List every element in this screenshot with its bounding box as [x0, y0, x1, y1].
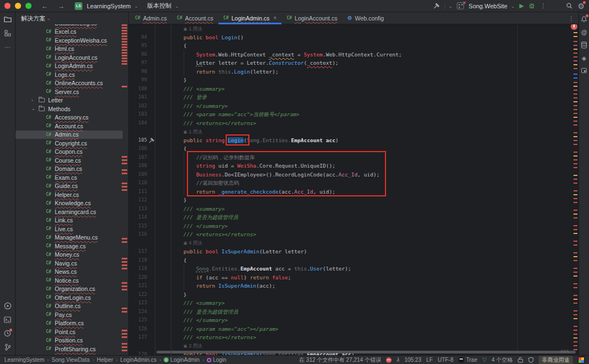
gutter-line-number[interactable]: 98: [129, 67, 155, 76]
gutter-line-number[interactable]: 117: [129, 247, 155, 256]
run-config-selector[interactable]: Song.WebSite: [468, 3, 507, 9]
code-line[interactable]: 94 public bool Login(): [129, 33, 578, 42]
code-line[interactable]: 95 {: [129, 41, 578, 50]
gutter-line-number[interactable]: 111: [129, 188, 155, 196]
gutter-line-number[interactable]: 104: [129, 119, 155, 128]
quickfix-hammer-icon[interactable]: [149, 137, 155, 143]
tree-item-News.cs[interactable]: C#News.cs: [15, 268, 128, 277]
database-icon[interactable]: [581, 41, 587, 49]
tree-item-Outline.cs[interactable]: C#Outline.cs: [15, 302, 128, 311]
code-line[interactable]: 121 return IsSuperAdmin(acc);: [129, 282, 578, 290]
tree-item-Link.cs[interactable]: C#Link.cs: [15, 216, 128, 225]
code-line[interactable]: 122 }: [129, 290, 578, 299]
tree-item-Coupon.cs[interactable]: C#Coupon.cs: [15, 148, 128, 157]
error-summary[interactable]: 在 312 个文件中有 27,214 个错误: [299, 356, 381, 364]
gutter-line-number[interactable]: [129, 239, 155, 248]
tree-item-Methods[interactable]: ⌄Methods: [15, 105, 128, 113]
structure-tool-icon[interactable]: [4, 30, 11, 37]
code-line[interactable]: 109 Business.Do<IEmployee>().RecordLogin…: [129, 170, 578, 179]
gutter-line-number[interactable]: 121: [129, 282, 155, 290]
tree-item-LoginAdmin.cs[interactable]: C#LoginAdmin.cs: [15, 62, 128, 71]
gutter-line-number[interactable]: 109: [129, 170, 155, 179]
gutter-line-number[interactable]: 128: [129, 350, 155, 355]
tree-item-Pay.cs[interactable]: C#Pay.cs: [15, 310, 128, 319]
tree-item-Money.cs[interactable]: C#Money.cs: [15, 251, 128, 259]
gutter-line-number[interactable]: 116: [129, 230, 155, 239]
tree-item-Helper.cs[interactable]: C#Helper.cs: [15, 190, 128, 199]
code-line[interactable]: ▣2 用法: [129, 342, 578, 351]
nuget-gem-icon[interactable]: ◈: [582, 55, 586, 62]
build-hammer-icon[interactable]: [433, 2, 440, 9]
tree-item-OtherLogin.cs[interactable]: C#OtherLogin.cs: [15, 293, 128, 302]
settings-gear-icon[interactable]: ⚙: [577, 2, 585, 10]
code-line[interactable]: 113 /// <summary>: [129, 205, 578, 214]
gutter-line-number[interactable]: 119: [129, 264, 155, 273]
license-logo-icon[interactable]: [578, 357, 585, 363]
more-actions-icon[interactable]: ⋮: [540, 2, 546, 9]
caret-position[interactable]: 105:23: [404, 357, 421, 363]
code-line[interactable]: 119 Song.Entities.EmpAccount acc = this.…: [129, 264, 578, 273]
tree-item-Domain.cs[interactable]: C#Domain.cs: [15, 165, 128, 174]
tree-item-Live.cs[interactable]: C#Live.cs: [15, 225, 128, 233]
gutter-line-number[interactable]: 123: [129, 299, 155, 308]
tree-item-Question.cs[interactable]: C#Question.cs: [15, 353, 128, 356]
code-line[interactable]: 111 return _generate_checkcode(acc.Acc_I…: [129, 188, 578, 196]
tree-item-Admin.cs[interactable]: C#Admin.cs: [15, 131, 123, 139]
code-line[interactable]: 103 /// <param name="acc">当前账号</param>: [129, 110, 578, 119]
gutter-line-number[interactable]: 100: [129, 85, 155, 93]
gutter-line-number[interactable]: 101: [129, 93, 155, 102]
tree-item-Accessory.cs[interactable]: C#Accessory.cs: [15, 113, 128, 122]
gutter-line-number[interactable]: 125: [129, 316, 155, 325]
gutter-line-number[interactable]: 112: [129, 196, 155, 205]
gutter-line-number[interactable]: 127: [129, 333, 155, 342]
gutter-line-number[interactable]: 124: [129, 308, 155, 316]
code-line[interactable]: 115 /// </summary>: [129, 222, 578, 231]
indent-setting[interactable]: 4 个空格: [492, 356, 513, 364]
tree-item-OnlineAccounts.cs[interactable]: C#OnlineAccounts.cs: [15, 79, 128, 88]
code-line[interactable]: 99 }: [129, 76, 578, 85]
highlight-level-icon[interactable]: λ: [397, 357, 399, 363]
editor-error-stripe[interactable]: [573, 24, 578, 355]
ai-assistant-icon[interactable]: @: [581, 29, 587, 35]
tab-Web.config[interactable]: ⚙Web.config: [342, 12, 389, 24]
horizontal-scrollbar[interactable]: [157, 351, 576, 353]
close-tab-icon[interactable]: ×: [273, 15, 277, 21]
gutter-line-number[interactable]: [129, 24, 155, 33]
search-icon[interactable]: [566, 2, 573, 9]
usages-inlay-hint[interactable]: ▣1 用法: [184, 128, 202, 137]
tree-item-Excel.cs[interactable]: C#Excel.cs: [15, 28, 128, 37]
tree-item-Guide.cs[interactable]: C#Guide.cs: [15, 182, 128, 191]
tree-item-ProfitSharing.cs[interactable]: C#ProfitSharing.cs: [15, 345, 128, 353]
run-button[interactable]: ▶: [519, 2, 524, 9]
tree-item-Organization.cs[interactable]: C#Organization.cs: [15, 285, 128, 294]
gutter-line-number[interactable]: 99: [129, 76, 155, 85]
debug-bug-icon[interactable]: [528, 2, 535, 9]
gutter-line-number[interactable]: 102: [129, 102, 155, 111]
tree-item-Platform.cs[interactable]: C#Platform.cs: [15, 319, 128, 328]
window-minimize-button[interactable]: [15, 3, 21, 9]
window-zoom-button[interactable]: [25, 3, 32, 9]
tree-item-Course.cs[interactable]: C#Course.cs: [15, 156, 128, 165]
code-line[interactable]: 105 public string Login(Song.Entities.Em…: [129, 136, 578, 145]
tree-item-Copyright.cs[interactable]: C#Copyright.cs: [15, 139, 128, 148]
gutter-line-number[interactable]: 94: [129, 33, 155, 42]
code-line[interactable]: 120 if (acc == null) return false;: [129, 273, 578, 282]
tree-item-Message.cs[interactable]: C#Message.cs: [15, 242, 128, 251]
problems-tool-icon[interactable]: [4, 330, 11, 337]
gutter-line-number[interactable]: 96: [129, 50, 155, 59]
breadcrumb-item-LearningSystem[interactable]: LearningSystem: [4, 357, 44, 363]
usages-inlay-hint[interactable]: ▣2 用法: [184, 342, 202, 351]
errors-circle-icon[interactable]: [386, 357, 392, 363]
build-tool-window-icon[interactable]: [581, 68, 587, 73]
solution-header[interactable]: 解决方案 ⌄: [15, 12, 128, 24]
code-line[interactable]: 114 /// 是否为超级管理员: [129, 213, 578, 222]
code-line[interactable]: 124 /// 是否为超级管理员: [129, 308, 578, 316]
lock-icon[interactable]: [518, 357, 523, 363]
code-line[interactable]: 117 public bool IsSuperAdmin(Letter lett…: [129, 247, 578, 256]
run-tool-window-icon[interactable]: [4, 302, 12, 310]
gutter-line-number[interactable]: 108: [129, 162, 155, 170]
gutter-line-number[interactable]: 97: [129, 59, 155, 67]
inspections-triangle-icon[interactable]: ▽: [482, 357, 487, 363]
code-line[interactable]: 98 return this.Login(letter);: [129, 67, 578, 76]
license-badge[interactable]: 非商业用途: [539, 356, 573, 364]
